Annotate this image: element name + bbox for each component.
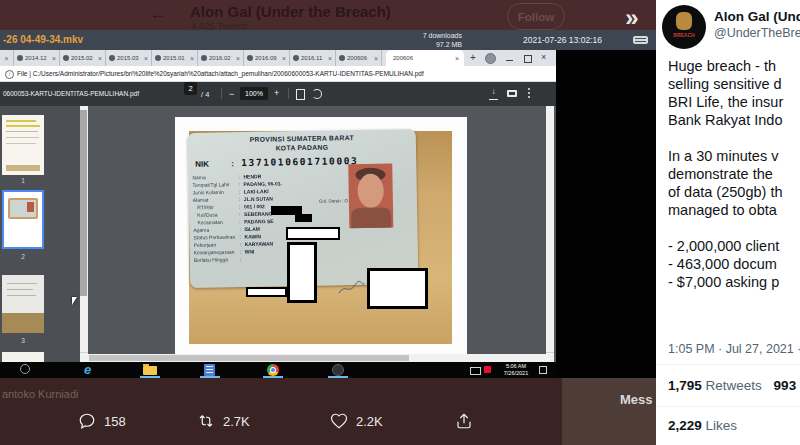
url-text: File | C:/Users/Administrator/Pictures/b… [17, 70, 424, 77]
file-explorer-icon[interactable] [143, 366, 157, 375]
close-button[interactable]: × [541, 52, 546, 62]
nik-separator: : [231, 159, 241, 168]
tab-favicon-icon [339, 55, 345, 61]
page-thumbnail-3[interactable] [2, 275, 44, 333]
tab-label: 2014.12 [25, 55, 50, 61]
pdf-scrollbar-horizontal-thumb[interactable] [89, 355, 409, 361]
new-tab-button[interactable]: + [470, 52, 476, 63]
media-player-icon[interactable] [332, 364, 344, 376]
browser-profile-icon[interactable] [485, 53, 496, 64]
portrait-photo [348, 163, 393, 228]
browser-tab[interactable]: 2014.12 × [14, 50, 60, 66]
tweet-image[interactable]: -26 04-49-34.mkv 7 downloads 97.2 MB 202… [0, 30, 656, 378]
page-thumbnail-2-selected[interactable] [2, 190, 44, 249]
address-bar[interactable]: i File | C:/Users/Administrator/Pictures… [0, 66, 556, 82]
browser-tab[interactable]: 2016.09 × [244, 50, 290, 66]
minimize-button[interactable] [506, 53, 513, 62]
quote-stat-value: 993 [774, 378, 797, 393]
profile-title: Alon Gal (Under the Breach) [190, 3, 391, 20]
tray-volume-muted-icon[interactable] [484, 366, 491, 373]
reply-count: 158 [104, 414, 126, 429]
lightbox-bottom-area: antoko Kurniadi Mess 158 2.7K 2.2K [0, 378, 656, 445]
maximize-button[interactable] [524, 55, 532, 63]
player-menu-icon[interactable] [633, 36, 648, 44]
author-name[interactable]: Alon Gal (Under the Breach) [714, 9, 800, 24]
tab-close-icon[interactable]: × [190, 55, 194, 62]
zoom-out-button[interactable]: − [229, 89, 234, 99]
retweet-button[interactable]: 2.7K [197, 412, 250, 430]
like-button[interactable]: 2.2K [330, 412, 383, 430]
document-app-icon[interactable] [204, 364, 215, 376]
zoom-in-button[interactable]: + [274, 88, 279, 98]
retweet-stat-label: Retweets [706, 378, 762, 393]
downloads-count: 7 downloads [392, 31, 462, 40]
reply-icon [78, 412, 96, 430]
tweet-likes[interactable]: 2,229 Likes [668, 418, 737, 433]
card-nik-row: NIK : 1371010601710003 [195, 155, 358, 169]
tab-label: 2015.01 [163, 55, 188, 61]
print-icon[interactable] [507, 90, 517, 97]
tab-close-icon[interactable]: × [282, 55, 286, 62]
tweet-stats[interactable]: 1,795 Retweets 993 Qu [668, 378, 800, 393]
browser-tab-active[interactable]: 200606 × [386, 50, 464, 66]
downloads-size: 97.2 MB [392, 40, 462, 49]
tab-close-icon[interactable]: × [144, 55, 148, 62]
messages-drawer-label[interactable]: Mess [620, 392, 653, 407]
share-button[interactable] [455, 412, 473, 430]
edge-icon[interactable]: e [84, 362, 91, 377]
browser-tab[interactable]: 2015.03 × [106, 50, 152, 66]
author-handle[interactable]: @UnderTheBreach [714, 26, 800, 40]
action-center-icon[interactable] [539, 366, 547, 374]
sidebar-scrollbar-thumb[interactable] [80, 110, 87, 296]
tray-network-icon[interactable] [470, 367, 481, 375]
follow-button[interactable]: Follow [507, 3, 565, 30]
taskbar-clock[interactable]: 5:06 AM 7/26/2021 [497, 363, 535, 377]
chrome-icon[interactable] [267, 364, 279, 376]
avatar[interactable]: BREACH [662, 5, 706, 49]
rotate-icon[interactable] [312, 89, 322, 99]
page-thumbnail-4[interactable] [2, 352, 44, 362]
signature [337, 279, 365, 297]
windows-taskbar: e 5:06 AM 7/26/2021 [0, 362, 556, 378]
tweet-text-line: BRI Life, the insur [668, 94, 783, 112]
tab-favicon-icon [293, 55, 299, 61]
like-stat-value: 2,229 [668, 418, 702, 433]
browser-tab[interactable]: 2015.01 × [152, 50, 198, 66]
tab-close-icon[interactable]: × [374, 55, 378, 62]
page-number-input[interactable]: 2 [184, 82, 197, 95]
reply-button[interactable]: 158 [78, 412, 126, 430]
clock-date: 7/26/2021 [497, 370, 535, 377]
downloads-badge: 7 downloads 97.2 MB [392, 31, 462, 49]
download-icon[interactable]: ↓ [489, 87, 498, 100]
redaction-box-validity [246, 287, 287, 297]
pdf-scrollbar-vertical[interactable] [546, 106, 554, 352]
partial-tab-close-icon[interactable]: × [0, 50, 14, 66]
browser-tab[interactable]: 2016.11 × [290, 50, 336, 66]
more-options-icon[interactable] [528, 88, 531, 100]
browser-tab[interactable]: 200606 × [336, 50, 382, 66]
tab-label: 200606 [393, 55, 453, 61]
zoom-level[interactable]: 100% [240, 87, 268, 100]
tab-close-icon[interactable]: × [52, 55, 56, 62]
tab-close-icon[interactable]: × [98, 55, 102, 62]
browser-tab[interactable]: 2015.02 × [60, 50, 106, 66]
page-info-icon[interactable]: i [5, 70, 14, 79]
like-stat-label: Likes [706, 418, 738, 433]
toolbar-divider [288, 88, 289, 99]
tab-close-icon[interactable]: × [236, 55, 240, 62]
heart-icon [330, 412, 348, 430]
tab-label: 2016.02 [209, 55, 234, 61]
tab-close-icon[interactable]: × [455, 55, 459, 62]
fit-page-icon[interactable] [296, 89, 305, 100]
cortana-icon[interactable] [20, 364, 30, 374]
back-icon[interactable]: ← [150, 5, 166, 23]
id-card-photo: PROVINSI SUMATERA BARAT KOTA PADANG NIK … [189, 131, 452, 344]
pdf-scrollbar-button[interactable] [546, 352, 554, 362]
pdf-toolbar: 0600053-KARTU-IDENTITAS-PEMULIHAN.pdf 2 … [0, 82, 556, 106]
browser-tab[interactable]: 2016.02 × [198, 50, 244, 66]
page-thumbnail-1[interactable] [2, 115, 44, 175]
nik-value: 1371010601710003 [241, 155, 358, 168]
dimmed-content-patch [562, 378, 656, 445]
tab-close-icon[interactable]: × [328, 55, 332, 62]
sidebar-scrollbar-button[interactable] [80, 352, 88, 362]
